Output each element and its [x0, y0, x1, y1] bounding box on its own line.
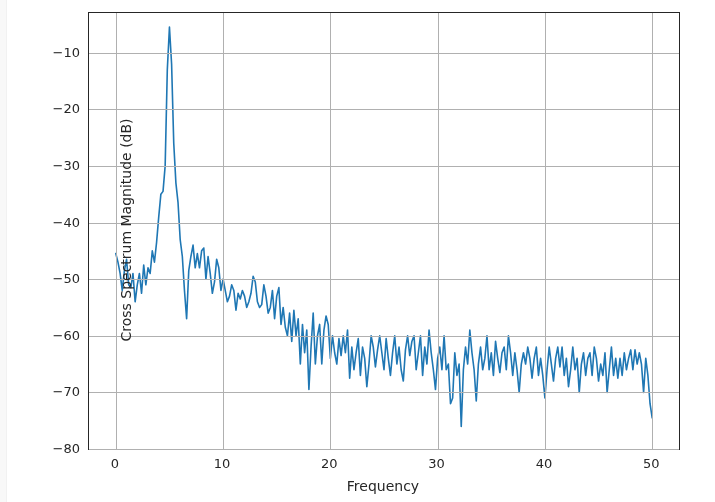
gridline-horizontal	[89, 223, 679, 224]
gridline-vertical	[545, 13, 546, 449]
gridline-horizontal	[89, 109, 679, 110]
gridline-vertical	[330, 13, 331, 449]
gridline-horizontal	[89, 449, 679, 450]
gridline-horizontal	[89, 336, 679, 337]
x-tick-label: 0	[111, 456, 119, 471]
gridline-horizontal	[89, 392, 679, 393]
gridline-horizontal	[89, 166, 679, 167]
y-tick-label: −50	[40, 271, 80, 286]
y-tick-label: −80	[40, 441, 80, 456]
y-tick-label: −60	[40, 327, 80, 342]
y-axis-label: Cross Spectrum Magnitude (dB)	[118, 118, 134, 341]
y-tick-label: −30	[40, 157, 80, 172]
x-tick-label: 50	[643, 456, 660, 471]
x-tick-label: 40	[536, 456, 553, 471]
gridline-vertical	[438, 13, 439, 449]
gridline-vertical	[652, 13, 653, 449]
data-line	[116, 27, 652, 426]
y-tick-label: −70	[40, 384, 80, 399]
x-tick-label: 20	[321, 456, 338, 471]
chart-figure: 01020304050 −80−70−60−50−40−30−20−10 Fre…	[0, 0, 715, 502]
line-plot	[89, 13, 679, 449]
gridline-horizontal	[89, 279, 679, 280]
x-tick-label: 30	[428, 456, 445, 471]
y-tick-label: −10	[40, 44, 80, 59]
gridline-vertical	[223, 13, 224, 449]
x-axis-label: Frequency	[88, 478, 678, 494]
y-tick-label: −20	[40, 101, 80, 116]
gridline-horizontal	[89, 53, 679, 54]
x-tick-label: 10	[214, 456, 231, 471]
left-margin-stripe	[0, 0, 7, 502]
y-tick-label: −40	[40, 214, 80, 229]
plot-axes	[88, 12, 680, 450]
